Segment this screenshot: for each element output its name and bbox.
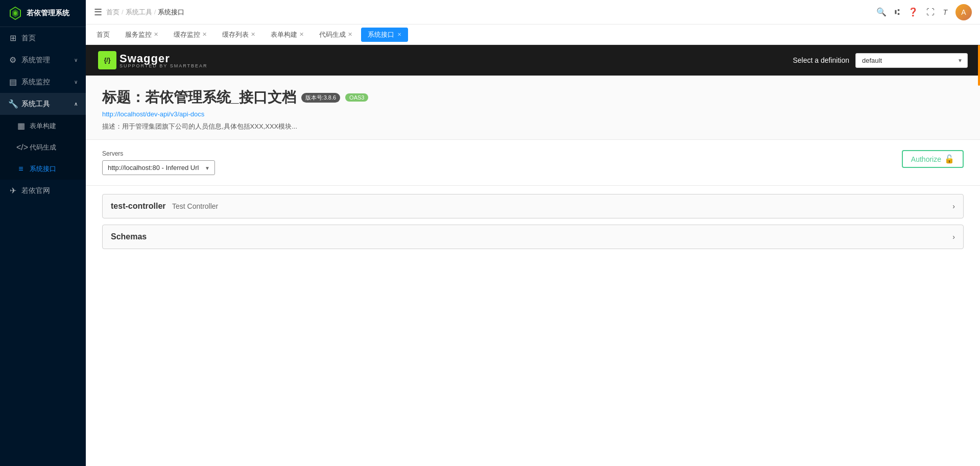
- avatar-image: A: [955, 4, 972, 20]
- monitor-icon: ▤: [8, 77, 17, 87]
- font-icon[interactable]: T: [943, 8, 947, 16]
- authorize-button[interactable]: Authorize 🔓: [902, 150, 964, 168]
- swagger-description: 描述：用于管理集团旗下公司的人员信息,具体包括XXX,XXX模块...: [102, 122, 964, 131]
- tab-service-monitor-label: 服务监控: [125, 30, 152, 39]
- swagger-section-header-test-controller[interactable]: test-controller Test Controller ›: [103, 194, 963, 218]
- swagger-oas-badge: OAS3: [345, 93, 368, 102]
- sidebar-item-system-monitor-label: 系统监控: [21, 78, 50, 87]
- tab-system-api-label: 系统接口: [368, 30, 394, 39]
- tab-system-api[interactable]: 系统接口 ✕: [361, 28, 408, 42]
- sidebar-item-system-api-label: 系统接口: [30, 164, 56, 174]
- top-header: ☰ 首页 / 系统工具 / 系统接口 🔍 ⑆ ❓ ⛶ T A: [86, 0, 980, 24]
- tab-form-builder-label: 表单构建: [271, 30, 297, 39]
- servers-left: Servers http://localhost:80 - Inferred U…: [102, 150, 215, 175]
- tab-code-gen-close[interactable]: ✕: [348, 31, 352, 38]
- sidebar-item-system-tools-label: 系统工具: [21, 100, 50, 109]
- chevron-right-icon-schemas: ›: [952, 233, 955, 241]
- search-icon[interactable]: 🔍: [876, 7, 887, 17]
- chevron-up-icon: ∧: [74, 101, 78, 107]
- code-icon: </>: [16, 143, 26, 152]
- sidebar-item-home[interactable]: ⊞ 首页: [0, 27, 86, 49]
- tab-home[interactable]: 首页: [90, 28, 116, 42]
- tab-system-api-close[interactable]: ✕: [397, 32, 401, 37]
- breadcrumb-sep-1: /: [122, 8, 124, 16]
- tab-service-monitor-close[interactable]: ✕: [154, 31, 158, 38]
- swagger-definition-label: Select a definition: [793, 56, 849, 64]
- breadcrumb-sep-2: /: [154, 8, 156, 16]
- sidebar-logo: 若依管理系统: [0, 0, 86, 27]
- tab-code-gen[interactable]: 代码生成 ✕: [313, 28, 359, 42]
- tab-home-label: 首页: [97, 30, 110, 39]
- swagger-logo: {/} Swagger Supported by SMARTBEAR: [98, 51, 208, 69]
- swagger-section-header-schemas[interactable]: Schemas ›: [103, 225, 963, 249]
- tab-service-monitor[interactable]: 服务监控 ✕: [118, 28, 165, 42]
- tools-icon: 🔧: [8, 99, 17, 109]
- github-icon[interactable]: ⑆: [895, 8, 900, 17]
- breadcrumb: 首页 / 系统工具 / 系统接口: [106, 8, 184, 17]
- header-left: ☰ 首页 / 系统工具 / 系统接口: [94, 7, 184, 18]
- breadcrumb-tools[interactable]: 系统工具: [126, 8, 152, 17]
- swagger-section-subtitle-test-controller: Test Controller: [172, 202, 218, 210]
- sidebar-item-home-label: 首页: [21, 34, 36, 43]
- tabs-bar: 首页 服务监控 ✕ 缓存监控 ✕ 缓存列表 ✕ 表单构建 ✕ 代码生成 ✕ 系统…: [86, 24, 980, 45]
- avatar[interactable]: A: [955, 4, 972, 20]
- swagger-title-row: 标题：若依管理系统_接口文档 版本号:3.8.6 OAS3: [102, 88, 964, 107]
- tab-form-builder[interactable]: 表单构建 ✕: [264, 28, 310, 42]
- swagger-section-test-controller: test-controller Test Controller ›: [102, 194, 964, 218]
- swagger-select-wrapper: default: [855, 53, 968, 68]
- scrollbar-accent: [978, 45, 980, 86]
- swagger-section-title-wrapper-schemas: Schemas: [111, 232, 147, 241]
- tab-cache-monitor-close[interactable]: ✕: [202, 31, 207, 38]
- home-icon: ⊞: [8, 33, 17, 43]
- sidebar-item-system-tools[interactable]: 🔧 系统工具 ∧: [0, 93, 86, 115]
- swagger-logo-sub: Supported by SMARTBEAR: [119, 63, 208, 68]
- api-icon: ≡: [16, 164, 26, 174]
- breadcrumb-api: 系统接口: [158, 8, 184, 17]
- sidebar-item-system-api[interactable]: ≡ 系统接口: [0, 158, 86, 180]
- tab-cache-monitor[interactable]: 缓存监控 ✕: [167, 28, 213, 42]
- header-right: 🔍 ⑆ ❓ ⛶ T A: [876, 4, 972, 20]
- tab-form-builder-close[interactable]: ✕: [299, 31, 304, 38]
- sidebar-item-system-mgmt[interactable]: ⚙ 系统管理 ∨: [0, 49, 86, 71]
- swagger-definition-dropdown[interactable]: default: [855, 53, 968, 68]
- chevron-right-icon: ›: [952, 202, 955, 210]
- swagger-logo-text-wrapper: Swagger Supported by SMARTBEAR: [119, 52, 208, 68]
- swagger-servers: Servers http://localhost:80 - Inferred U…: [86, 140, 980, 186]
- swagger-topbar: {/} Swagger Supported by SMARTBEAR Selec…: [86, 45, 980, 76]
- logo-icon: [8, 6, 22, 20]
- sidebar-item-ruoyi-official[interactable]: ✈ 若依官网: [0, 180, 86, 202]
- swagger-definition-select: Select a definition default: [793, 53, 968, 68]
- servers-dropdown-wrapper: http://localhost:80 - Inferred Url: [102, 160, 215, 175]
- swagger-container: {/} Swagger Supported by SMARTBEAR Selec…: [86, 45, 980, 466]
- content-area: {/} Swagger Supported by SMARTBEAR Selec…: [86, 45, 980, 466]
- tab-cache-list-label: 缓存列表: [222, 30, 249, 39]
- swagger-api-url[interactable]: http://localhost/dev-api/v3/api-docs: [102, 110, 964, 118]
- fullscreen-icon[interactable]: ⛶: [926, 8, 935, 17]
- swagger-section-schemas: Schemas ›: [102, 225, 964, 249]
- authorize-label: Authorize: [911, 155, 941, 163]
- tab-code-gen-label: 代码生成: [319, 30, 346, 39]
- tab-cache-list[interactable]: 缓存列表 ✕: [216, 28, 262, 42]
- sidebar-item-form-builder[interactable]: ▦ 表单构建: [0, 115, 86, 137]
- swagger-section-title-wrapper: test-controller Test Controller: [111, 202, 218, 211]
- tab-cache-monitor-label: 缓存监控: [174, 30, 200, 39]
- servers-label: Servers: [102, 150, 215, 157]
- sidebar-item-system-monitor[interactable]: ▤ 系统监控 ∨: [0, 71, 86, 93]
- form-icon: ▦: [16, 121, 26, 131]
- sidebar-item-code-gen-label: 代码生成: [30, 143, 56, 152]
- sidebar-item-ruoyi-official-label: 若依官网: [21, 186, 50, 195]
- sidebar: 若依管理系统 ⊞ 首页 ⚙ 系统管理 ∨ ▤ 系统监控 ∨ 🔧 系统工具 ∧ ▦…: [0, 0, 86, 466]
- swagger-section-title-test-controller: test-controller: [111, 202, 166, 210]
- swagger-logo-badge: {/}: [104, 57, 111, 64]
- breadcrumb-home[interactable]: 首页: [106, 8, 119, 17]
- lock-icon: 🔓: [944, 154, 954, 164]
- servers-dropdown[interactable]: http://localhost:80 - Inferred Url: [102, 160, 215, 175]
- sidebar-item-code-gen[interactable]: </> 代码生成: [0, 137, 86, 158]
- sidebar-item-system-mgmt-label: 系统管理: [21, 56, 50, 65]
- swagger-sections: test-controller Test Controller › Schema…: [86, 186, 980, 263]
- chevron-down-icon: ∨: [74, 57, 78, 63]
- help-icon[interactable]: ❓: [908, 7, 918, 17]
- chevron-down-icon: ∨: [74, 79, 78, 85]
- menu-toggle-icon[interactable]: ☰: [94, 7, 102, 18]
- tab-cache-list-close[interactable]: ✕: [251, 31, 255, 38]
